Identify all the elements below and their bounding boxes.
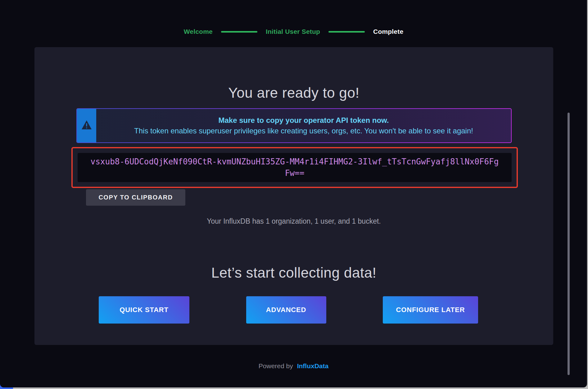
warning-body: This token enables superuser privileges … [106, 126, 502, 136]
page-title: You are ready to go! [34, 84, 553, 101]
warning-message: Make sure to copy your operator API toke… [96, 109, 511, 142]
influxdata-link[interactable]: InfluxData [297, 362, 329, 370]
quick-start-button[interactable]: QUICK START [99, 296, 189, 324]
warning-icon-cell [77, 109, 96, 142]
powered-by-label: Powered by [259, 362, 293, 370]
completion-panel: You are ready to go! Mak [34, 47, 553, 345]
step-connector-line [221, 31, 257, 33]
wizard-stepper: Welcome Initial User Setup Complete [0, 26, 587, 37]
api-token-box: vsxub8-6UDCodQjKeNf090CtR-kvmUNZbuHI35ZG… [78, 153, 512, 182]
token-highlight-annotation: vsxub8-6UDCodQjKeNf090CtR-kvmUNZbuHI35ZG… [71, 147, 518, 188]
panel-scrollbar[interactable] [568, 113, 570, 375]
footer: Powered by InfluxData [0, 362, 587, 370]
warning-headline: Make sure to copy your operator API toke… [106, 115, 502, 126]
next-step-actions: QUICK START ADVANCED CONFIGURE LATER [99, 296, 478, 324]
step-initial-user-setup: Initial User Setup [266, 28, 320, 35]
cta-title: Let’s start collecting data! [34, 264, 553, 281]
warning-triangle-icon [81, 120, 92, 131]
resources-summary-text: Your InfluxDB has 1 organization, 1 user… [34, 217, 553, 226]
copy-to-clipboard-button[interactable]: COPY TO CLIPBOARD [86, 189, 185, 206]
step-complete: Complete [373, 28, 403, 35]
configure-later-button[interactable]: CONFIGURE LATER [383, 296, 478, 324]
setup-wizard-page: Welcome Initial User Setup Complete You … [0, 0, 587, 387]
step-connector-line [328, 31, 365, 33]
step-welcome: Welcome [184, 28, 213, 35]
advanced-button[interactable]: ADVANCED [246, 296, 326, 324]
api-token-value: vsxub8-6UDCodQjKeNf090CtR-kvmUNZbuHI35ZG… [88, 156, 501, 179]
screen: Welcome Initial User Setup Complete You … [0, 0, 588, 389]
api-token-warning-callout: Make sure to copy your operator API toke… [76, 108, 512, 143]
